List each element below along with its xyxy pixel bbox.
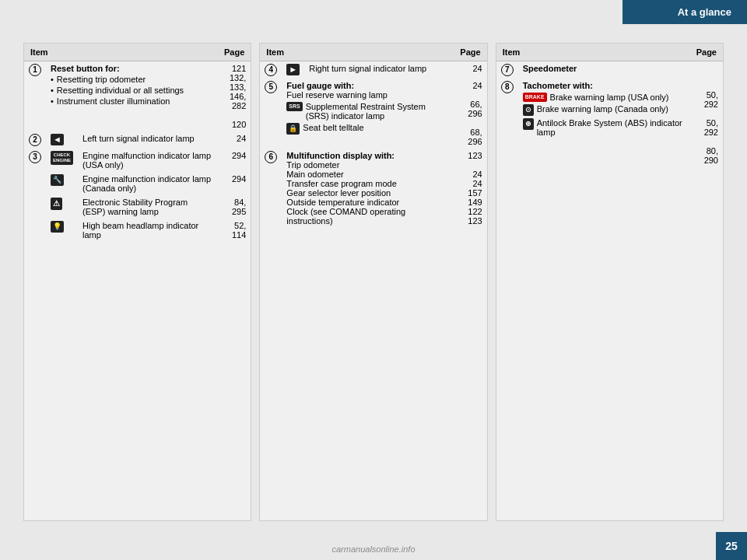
col3-page-header: Page — [688, 44, 723, 61]
table-header-col2: Item Page — [260, 44, 486, 61]
row-num: 8 — [496, 79, 518, 167]
seatbelt-icon: 🔒 — [286, 123, 300, 135]
table-header-col1: Item Page — [24, 44, 251, 61]
table-header-col3: Item Page — [496, 44, 723, 61]
table-row: 4 ► Right turn signal indicator lamp 24 — [260, 61, 486, 79]
table-row: 💡 High beam headlamp indicator lamp 52,1… — [24, 219, 251, 242]
row-page: 84,295 — [216, 195, 251, 219]
row-item: Speedometer — [518, 61, 688, 79]
col3-item-header: Item — [496, 44, 688, 61]
bullet-item: • Instrument cluster illumination — [51, 96, 211, 106]
row-num: 1 — [24, 61, 46, 132]
row-icon: CHECKENGINE — [46, 149, 78, 172]
col1-item-header: Item — [24, 44, 216, 61]
table-row: ⚠ Electronic Stability Program (ESP) war… — [24, 195, 251, 219]
at-a-glance-banner: At a glance — [622, 0, 747, 24]
page-number-badge: 25 — [716, 532, 747, 560]
table-row: 3 CHECKENGINE Engine malfunction indicat… — [24, 149, 251, 172]
row-page: 1232424157149122123 — [452, 149, 487, 228]
row-page: 121132,133,146,282120 — [216, 61, 251, 132]
panel-col2: Item Page 4 ► Right turn signal indicato… — [259, 43, 487, 521]
row-page — [688, 61, 723, 79]
row-icon: ⚠ — [46, 195, 78, 219]
row-num: 6 — [260, 149, 282, 228]
row-item: High beam headlamp indicator lamp — [78, 219, 216, 242]
row-item: Left turn signal indicator lamp — [78, 131, 216, 149]
abs-icon: ⊕ — [523, 118, 534, 130]
bullet-item: • Resetting individual or all settings — [51, 86, 211, 95]
row-icon: ► — [282, 61, 304, 79]
row-page: 294 — [216, 172, 251, 195]
col1-page-header: Page — [216, 44, 251, 61]
srs-icon: SRS — [286, 102, 302, 111]
row-icon: 💡 — [46, 219, 78, 242]
content-area: Item Page 1 Reset button for: • Resettin… — [23, 43, 724, 521]
row-item: Reset button for: • Resetting trip odome… — [46, 61, 216, 132]
row-page: 294 — [216, 149, 251, 172]
arrow-right-icon: ► — [286, 64, 300, 75]
row-page: 52,114 — [216, 219, 251, 242]
col2-item-header: Item — [260, 44, 451, 61]
row-num — [24, 172, 46, 195]
row-item: Tachometer with: BRAKE Brake warning lam… — [518, 79, 688, 167]
watermark: carmanualsonline.info — [331, 544, 415, 554]
row-num: 5 — [260, 79, 282, 149]
high-beam-icon: 💡 — [51, 221, 64, 233]
col2-page-header: Page — [452, 44, 487, 61]
row-num — [24, 195, 46, 219]
bullet-item: • Resetting trip odometer — [51, 75, 211, 84]
arrow-left-icon: ◄ — [51, 134, 64, 145]
brake-icon: BRAKE — [523, 93, 547, 102]
row-num: 2 — [24, 131, 46, 149]
table-row: 8 Tachometer with: BRAKE Brake warning l… — [496, 79, 723, 167]
table-row: 5 Fuel gauge with: Fuel reserve warning … — [260, 79, 486, 149]
warning-triangle-icon: ⚠ — [51, 198, 62, 210]
table-row: 🔧 Engine malfunction indicator lamp (Can… — [24, 172, 251, 195]
table-row: 1 Reset button for: • Resetting trip odo… — [24, 61, 251, 132]
table-row: 6 Multifunction display with: Trip odome… — [260, 149, 486, 228]
row-page: 2466,29668,296 — [452, 79, 487, 149]
row-item: Right turn signal indicator lamp — [304, 61, 451, 79]
engine-canada-icon: 🔧 — [51, 174, 64, 186]
row-num: 4 — [260, 61, 282, 79]
row-num — [24, 219, 46, 242]
row-page: 50,29250,29280,290 — [688, 79, 723, 167]
row-num: 7 — [496, 61, 518, 79]
row-page: 24 — [216, 131, 251, 149]
row-icon: ◄ — [46, 131, 78, 149]
row-item: Engine malfunction indicator lamp (USA o… — [78, 149, 216, 172]
panel-col3: Item Page 7 Speedometer 8 Tachometer wit… — [496, 43, 724, 521]
row-num: 3 — [24, 149, 46, 172]
row-item: Electronic Stability Program (ESP) warni… — [78, 195, 216, 219]
brake-canada-icon: ⊙ — [523, 104, 534, 116]
row-item: Fuel gauge with: Fuel reserve warning la… — [282, 79, 451, 149]
row-item: Multifunction display with: Trip odomete… — [282, 149, 451, 228]
table-row: 2 ◄ Left turn signal indicator lamp 24 — [24, 131, 251, 149]
row-icon: 🔧 — [46, 172, 78, 195]
banner-text: At a glance — [678, 6, 731, 18]
row-page: 24 — [452, 61, 487, 79]
table-row: 7 Speedometer — [496, 61, 723, 79]
row-item: Engine malfunction indicator lamp (Canad… — [78, 172, 216, 195]
check-engine-icon: CHECKENGINE — [51, 151, 73, 165]
panel-col1: Item Page 1 Reset button for: • Resettin… — [23, 43, 251, 521]
